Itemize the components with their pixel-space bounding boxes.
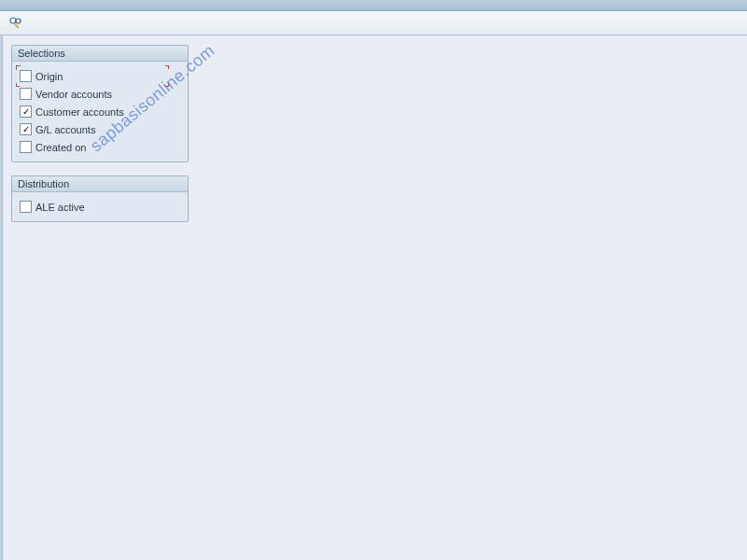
checkbox-label: ALE active — [35, 202, 85, 213]
checkbox-created-on[interactable] — [20, 141, 32, 153]
checkbox-label: Vendor accounts — [35, 89, 112, 100]
checkbox-label: Created on — [35, 142, 86, 153]
distribution-row-ale[interactable]: ALE active — [18, 198, 182, 216]
selections-group: Selections Origin Vendor accounts Custom… — [11, 45, 189, 162]
checkbox-vendor-accounts[interactable] — [20, 88, 32, 100]
title-bar — [0, 0, 747, 11]
selection-row-created-on[interactable]: Created on — [18, 138, 182, 156]
selection-row-origin[interactable]: Origin — [18, 67, 167, 85]
main-content: Selections Origin Vendor accounts Custom… — [0, 35, 747, 245]
checkbox-origin[interactable] — [20, 70, 32, 82]
selection-row-customer[interactable]: Customer accounts — [18, 103, 182, 120]
checkbox-ale-active[interactable] — [20, 201, 32, 213]
group-header-selections: Selections — [12, 46, 188, 62]
checkbox-label: G/L accounts — [35, 124, 95, 135]
toolbar — [0, 11, 747, 35]
execute-object-icon[interactable] — [7, 15, 24, 32]
distribution-group: Distribution ALE active — [11, 175, 189, 222]
group-header-distribution: Distribution — [12, 176, 188, 192]
checkbox-gl-accounts[interactable] — [20, 123, 32, 135]
checkbox-label: Origin — [35, 71, 63, 82]
checkbox-customer-accounts[interactable] — [20, 105, 32, 118]
selection-row-vendor[interactable]: Vendor accounts — [18, 85, 182, 103]
checkbox-label: Customer accounts — [35, 106, 124, 118]
selection-row-gl[interactable]: G/L accounts — [18, 120, 182, 138]
svg-point-1 — [16, 19, 21, 23]
svg-point-0 — [10, 18, 16, 23]
svg-line-2 — [15, 24, 19, 28]
